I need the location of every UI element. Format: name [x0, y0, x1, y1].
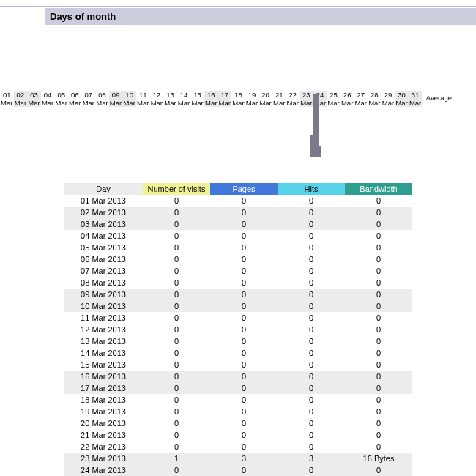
- table-row: 19 Mar 20130000: [64, 406, 412, 417]
- cell-day: 11 Mar 2013: [64, 312, 143, 324]
- cell-hits: 0: [278, 335, 345, 347]
- cell-day: 09 Mar 2013: [64, 289, 143, 300]
- axis-tick: 10Mar: [122, 91, 136, 107]
- cell-visits: 0: [143, 289, 210, 300]
- table-row: 05 Mar 20130000: [64, 242, 412, 253]
- col-day: Day: [64, 183, 143, 195]
- table-row: 24 Mar 20130000: [64, 464, 412, 476]
- cell-bandwidth: 0: [345, 406, 412, 417]
- cell-bandwidth: 0: [345, 441, 412, 453]
- cell-hits: 0: [278, 218, 345, 230]
- cell-hits: 0: [278, 406, 345, 417]
- cell-day: 14 Mar 2013: [64, 347, 143, 359]
- cell-hits: 0: [278, 394, 345, 406]
- table-row: 13 Mar 20130000: [64, 335, 412, 347]
- cell-day: 02 Mar 2013: [64, 207, 143, 218]
- axis-tick: 09Mar: [109, 91, 123, 107]
- axis-tick: 01Mar: [0, 91, 14, 107]
- cell-hits: 0: [278, 359, 345, 371]
- cell-visits: 0: [143, 218, 210, 230]
- cell-pages: 0: [210, 218, 278, 230]
- cell-visits: 0: [143, 265, 210, 277]
- axis-tick: 15Mar: [190, 91, 204, 107]
- divider: [0, 6, 476, 7]
- cell-visits: 0: [143, 394, 210, 406]
- cell-pages: 0: [210, 277, 278, 289]
- table-header-row: Day Number of visits Pages Hits Bandwidt…: [64, 183, 412, 195]
- cell-bandwidth: 0: [345, 265, 412, 277]
- chart-bar: [310, 135, 313, 157]
- cell-visits: 0: [143, 300, 210, 312]
- cell-pages: 0: [210, 359, 278, 371]
- cell-day: 05 Mar 2013: [64, 242, 143, 253]
- axis-tick: 12Mar: [150, 91, 164, 107]
- cell-hits: 0: [278, 277, 345, 289]
- cell-hits: 0: [278, 441, 345, 453]
- cell-bandwidth: 0: [345, 464, 412, 476]
- axis-tick: 21Mar: [272, 91, 286, 107]
- cell-day: 17 Mar 2013: [64, 382, 143, 394]
- cell-pages: 0: [210, 300, 278, 312]
- cell-visits: 0: [143, 277, 210, 289]
- cell-visits: 0: [143, 230, 210, 242]
- cell-visits: 1: [143, 453, 210, 464]
- cell-day: 15 Mar 2013: [64, 359, 143, 371]
- cell-bandwidth: 0: [345, 347, 412, 359]
- cell-bandwidth: 0: [345, 253, 412, 265]
- cell-day: 04 Mar 2013: [64, 230, 143, 242]
- chart-bar: [316, 94, 319, 157]
- cell-bandwidth: 0: [345, 394, 412, 406]
- axis-tick: 29Mar: [382, 91, 395, 107]
- cell-pages: 3: [210, 453, 278, 464]
- table-row: 12 Mar 20130000: [64, 324, 412, 335]
- cell-hits: 0: [278, 417, 345, 429]
- cell-hits: 0: [278, 242, 345, 253]
- axis-tick: 11Mar: [136, 91, 150, 107]
- cell-pages: 0: [210, 324, 278, 335]
- section-title: Days of month: [45, 8, 476, 25]
- cell-hits: 0: [278, 382, 345, 394]
- cell-visits: 0: [143, 312, 210, 324]
- cell-hits: 3: [278, 453, 345, 464]
- cell-day: 08 Mar 2013: [64, 277, 143, 289]
- cell-bandwidth: 0: [345, 230, 412, 242]
- table-row: 06 Mar 20130000: [64, 253, 412, 265]
- axis-tick: 31Mar: [409, 91, 423, 107]
- cell-visits: 0: [143, 207, 210, 218]
- axis-tick: 27Mar: [354, 91, 368, 107]
- table-row: 20 Mar 20130000: [64, 417, 412, 429]
- axis-tick: 17Mar: [218, 91, 232, 107]
- table-row: 03 Mar 20130000: [64, 218, 412, 230]
- cell-hits: 0: [278, 464, 345, 476]
- axis-tick: 25Mar: [327, 91, 341, 107]
- cell-pages: 0: [210, 242, 278, 253]
- cell-bandwidth: 0: [345, 312, 412, 324]
- cell-visits: 0: [143, 417, 210, 429]
- axis-tick: 04Mar: [41, 91, 55, 107]
- cell-bandwidth: 0: [345, 289, 412, 300]
- cell-day: 03 Mar 2013: [64, 218, 143, 230]
- cell-pages: 0: [210, 394, 278, 406]
- cell-day: 18 Mar 2013: [64, 394, 143, 406]
- table-row: 08 Mar 20130000: [64, 277, 412, 289]
- cell-pages: 0: [210, 289, 278, 300]
- cell-bandwidth: 0: [345, 207, 412, 218]
- axis-tick: 28Mar: [368, 91, 382, 107]
- cell-bandwidth: 0: [345, 417, 412, 429]
- cell-bandwidth: 0: [345, 429, 412, 441]
- cell-visits: 0: [143, 429, 210, 441]
- daily-stats-table: Day Number of visits Pages Hits Bandwidt…: [64, 183, 412, 476]
- cell-visits: 0: [143, 359, 210, 371]
- axis-tick: 18Mar: [231, 91, 245, 107]
- cell-hits: 0: [278, 207, 345, 218]
- cell-day: 20 Mar 2013: [64, 417, 143, 429]
- cell-hits: 0: [278, 253, 345, 265]
- cell-day: 24 Mar 2013: [64, 464, 143, 476]
- col-hits: Hits: [278, 183, 345, 195]
- cell-pages: 0: [210, 464, 278, 476]
- table-row: 17 Mar 20130000: [64, 382, 412, 394]
- cell-pages: 0: [210, 230, 278, 242]
- cell-bandwidth: 0: [345, 371, 412, 382]
- cell-pages: 0: [210, 382, 278, 394]
- cell-bandwidth: 16 Bytes: [345, 453, 412, 464]
